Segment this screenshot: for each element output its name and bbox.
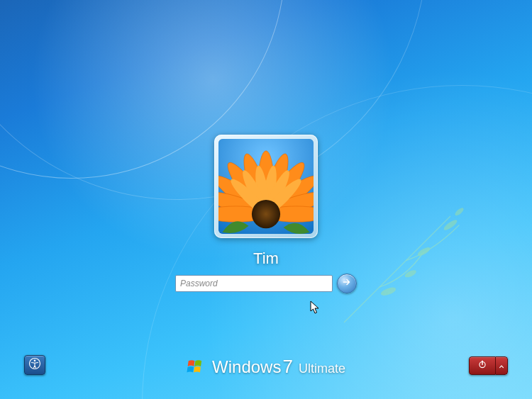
power-options-button[interactable] (495, 356, 508, 375)
svg-point-2 (404, 269, 417, 279)
svg-point-4 (379, 286, 397, 297)
login-screen: Tim (0, 0, 532, 399)
windows-logo-icon (187, 358, 205, 376)
ease-of-access-icon (28, 357, 41, 373)
password-row (175, 274, 357, 293)
os-branding: Windows7 Ultimate (187, 356, 345, 378)
svg-point-23 (252, 200, 280, 228)
submit-button[interactable] (337, 274, 357, 293)
password-input[interactable] (175, 275, 333, 292)
user-avatar-frame (214, 135, 318, 238)
decorative-branch (326, 163, 504, 340)
brand-version: 7 (282, 356, 292, 378)
svg-point-25 (34, 360, 36, 362)
svg-point-1 (443, 218, 459, 232)
decorative-wisp (142, 85, 532, 399)
ease-of-access-button[interactable] (24, 355, 45, 375)
username-label: Tim (253, 249, 279, 268)
mouse-cursor-icon (310, 300, 320, 315)
brand-edition: Ultimate (299, 361, 345, 376)
svg-point-3 (454, 207, 465, 217)
power-button-group (469, 356, 508, 375)
chevron-up-icon (499, 359, 504, 372)
power-icon (477, 359, 487, 372)
brand-product: Windows (212, 357, 281, 377)
arrow-right-icon (342, 277, 352, 290)
shutdown-button[interactable] (469, 356, 495, 375)
brand-text: Windows7 Ultimate (212, 356, 345, 378)
svg-point-0 (416, 246, 431, 257)
user-avatar[interactable] (218, 139, 314, 234)
